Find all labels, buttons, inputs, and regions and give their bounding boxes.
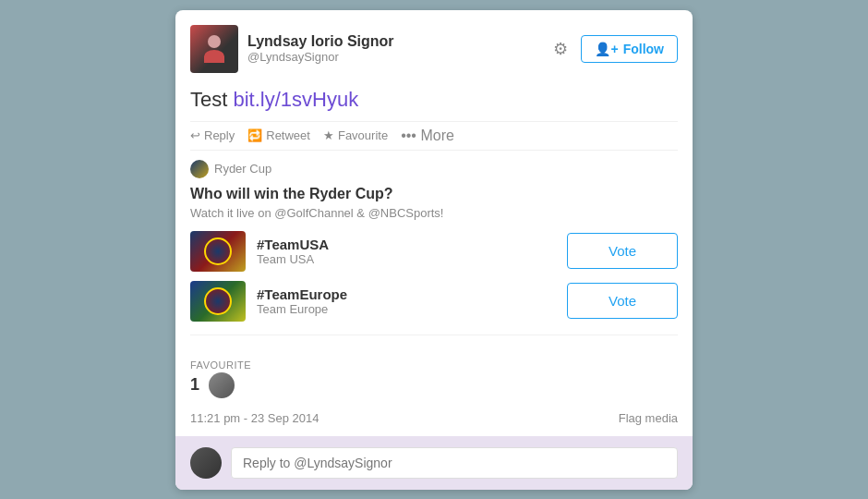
favourite-label: Favourite <box>338 128 388 142</box>
gear-button[interactable]: ⚙ <box>549 35 572 63</box>
tweet-text: Test bit.ly/1svHyuk <box>190 88 678 112</box>
more-label: More <box>420 128 453 143</box>
reply-action[interactable]: ↩ Reply <box>190 128 235 142</box>
reply-avatar <box>190 447 222 479</box>
fav-avatar <box>209 372 235 398</box>
option-text-usa: #TeamUSA Team USA <box>257 237 556 266</box>
poll-options: #TeamUSA Team USA Vote #TeamEurope Team … <box>190 231 678 322</box>
option-hashtag-europe: #TeamEurope <box>257 286 556 302</box>
option-img-usa <box>190 231 246 272</box>
user-handle: @LyndsaySignor <box>247 50 394 64</box>
favourites-row: 1 <box>190 372 678 398</box>
tweet-text-prefix: Test <box>190 88 233 111</box>
reply-label: Reply <box>204 128 235 142</box>
tweet-card: Lyndsay Iorio Signor @LyndsaySignor ⚙ 👤+… <box>175 10 693 490</box>
favourites-label: FAVOURITE <box>190 359 678 371</box>
poll-source: Ryder Cup <box>190 160 678 178</box>
fav-count: 1 <box>190 375 199 395</box>
retweet-action[interactable]: 🔁 Retweet <box>247 128 310 142</box>
divider <box>190 335 678 335</box>
vote-button-usa[interactable]: Vote <box>567 233 678 269</box>
follow-label: Follow <box>623 42 664 56</box>
favourites-section: FAVOURITE 1 <box>175 352 693 406</box>
header-actions: ⚙ 👤+ Follow <box>549 35 678 63</box>
poll-description: Watch it live on @GolfChannel & @NBCSpor… <box>190 206 678 220</box>
user-name: Lyndsay Iorio Signor <box>247 33 394 50</box>
reply-section <box>175 436 693 490</box>
poll-question: Who will win the Ryder Cup? <box>190 186 678 202</box>
tweet-link[interactable]: bit.ly/1svHyuk <box>233 88 358 111</box>
option-img-europe <box>190 281 246 322</box>
reply-input[interactable] <box>231 447 678 479</box>
poll-option-usa: #TeamUSA Team USA Vote <box>190 231 678 272</box>
ryder-logo-europe <box>204 287 232 315</box>
avatar <box>190 25 238 73</box>
more-action[interactable]: ••• More <box>401 128 454 144</box>
follow-icon: 👤+ <box>595 42 618 56</box>
option-label-europe: Team Europe <box>257 302 556 316</box>
tweet-body: Test bit.ly/1svHyuk ↩ Reply 🔁 Retweet ★ … <box>175 82 693 352</box>
poll-source-name: Ryder Cup <box>214 162 271 176</box>
tweet-timestamp: 11:21 pm - 23 Sep 2014 Flag media <box>175 406 693 436</box>
option-hashtag-usa: #TeamUSA <box>257 237 556 252</box>
retweet-label: Retweet <box>266 128 310 142</box>
timestamp: 11:21 pm - 23 Sep 2014 <box>190 411 319 425</box>
favourite-action[interactable]: ★ Favourite <box>323 128 388 142</box>
option-text-europe: #TeamEurope Team Europe <box>257 286 556 316</box>
star-icon: ★ <box>323 128 334 142</box>
poll-option-europe: #TeamEurope Team Europe Vote <box>190 281 678 322</box>
ryder-logo-usa <box>204 237 232 265</box>
vote-button-europe[interactable]: Vote <box>567 283 678 319</box>
reply-icon: ↩ <box>190 128 200 142</box>
retweet-icon: 🔁 <box>247 128 262 142</box>
flag-media-link[interactable]: Flag media <box>619 411 678 425</box>
option-label-usa: Team USA <box>257 252 556 266</box>
follow-button[interactable]: 👤+ Follow <box>581 35 678 63</box>
user-info: Lyndsay Iorio Signor @LyndsaySignor <box>247 33 394 64</box>
tweet-header: Lyndsay Iorio Signor @LyndsaySignor ⚙ 👤+… <box>175 10 693 82</box>
tweet-actions: ↩ Reply 🔁 Retweet ★ Favourite ••• More <box>190 121 678 151</box>
poll-source-icon <box>190 160 209 178</box>
tweet-header-left: Lyndsay Iorio Signor @LyndsaySignor <box>190 25 394 73</box>
